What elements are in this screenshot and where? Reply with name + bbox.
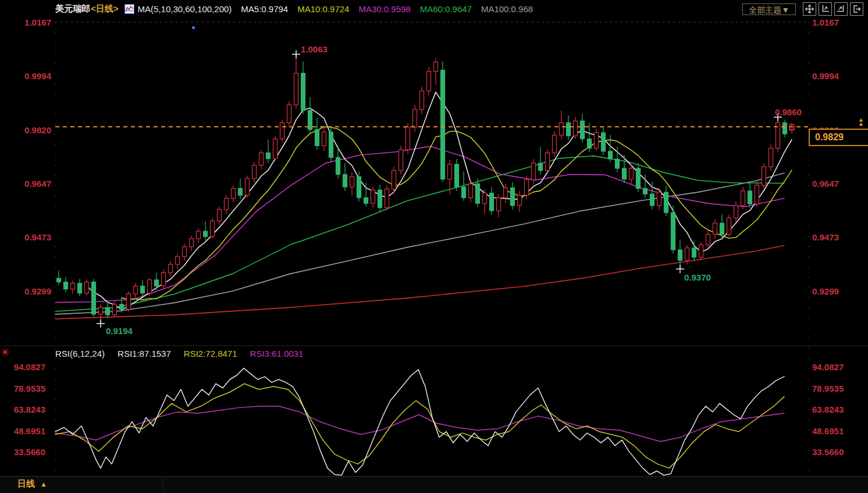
rsi-legend: RSI(6,12,24)RSI1:87.1537RSI2:72.8471RSI3… — [55, 349, 303, 359]
candlestick-chart-canvas[interactable] — [0, 0, 868, 493]
move-icon[interactable] — [803, 2, 816, 16]
indicator-marker-icon — [1, 347, 10, 357]
ma-value-1: MA5:0.9794 — [241, 4, 288, 14]
period-selector[interactable]: 日线 ▲ — [17, 478, 47, 490]
period-arrow-icon: ▲ — [40, 480, 47, 488]
ma-value-3: MA30:0.9598 — [358, 4, 410, 14]
right-scale-icon[interactable] — [834, 2, 848, 16]
price-up-arrows-icon: ▲▲ — [858, 118, 864, 126]
symbol-name: 美元瑞郎 — [55, 3, 90, 15]
instrument-title: 美元瑞郎 <日线> — [55, 3, 119, 15]
ma-params-label: MA(5,10,30,60,100,200) — [138, 4, 232, 14]
ma-value-4: MA60:0.9647 — [420, 4, 472, 14]
top-bar: 美元瑞郎 <日线> MA(5,10,30,60,100,200)MA5:0.97… — [0, 0, 868, 17]
rsi-value-1: RSI1:87.1537 — [118, 349, 171, 359]
rsi-value-2: RSI2:72.8471 — [184, 349, 237, 359]
bottom-bar — [0, 476, 868, 493]
ma-legend: MA(5,10,30,60,100,200)MA5:0.9794MA10:0.9… — [138, 4, 533, 14]
trading-app-window: 美元瑞郎 <日线> MA(5,10,30,60,100,200)MA5:0.97… — [0, 0, 868, 493]
event-dot — [192, 26, 195, 29]
current-price-tag: 0.9829 — [809, 129, 868, 146]
theme-selector-button[interactable]: 全部主题▼ — [742, 3, 796, 15]
ma-value-5: MA100:0.968 — [481, 4, 533, 14]
period-tag: <日线> — [91, 3, 119, 15]
period-label: 日线 — [17, 478, 35, 490]
top-bar-controls: 全部主题▼ — [742, 2, 863, 16]
export-icon[interactable] — [850, 2, 863, 16]
rsi-value-3: RSI3:61.0031 — [250, 349, 304, 359]
indicator-chart-icon[interactable] — [124, 4, 134, 14]
rsi-params-label: RSI(6,12,24) — [55, 349, 105, 359]
bottom-bar-divider — [163, 476, 163, 493]
ma-value-2: MA10:0.9724 — [297, 4, 349, 14]
left-scale-icon[interactable] — [819, 2, 832, 16]
